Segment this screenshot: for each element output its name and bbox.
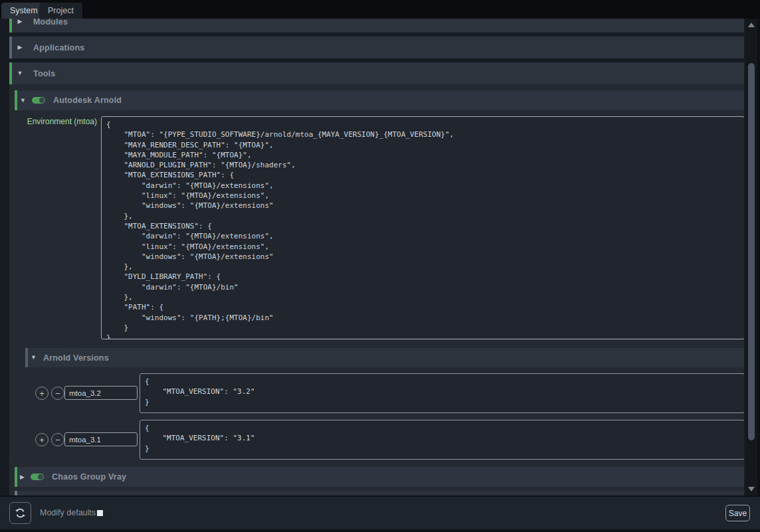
group-title: Chaos Group Vray bbox=[52, 472, 126, 482]
collapse-closed-icon: ▶ bbox=[16, 44, 24, 50]
environment-mtoa-textarea[interactable]: { "MTOA": "{PYPE_STUDIO_SOFTWARE}/arnold… bbox=[101, 116, 744, 339]
version-key-input[interactable] bbox=[64, 432, 138, 446]
partially-visible-section-row[interactable] bbox=[15, 491, 744, 495]
tab-bar: System Project bbox=[0, 0, 760, 19]
toggle-knob bbox=[39, 98, 45, 103]
group-row-chaos-group-vray[interactable]: ▶ Chaos Group Vray bbox=[15, 467, 744, 487]
vray-enabled-toggle[interactable] bbox=[31, 474, 44, 480]
collapse-open-icon: ▼ bbox=[20, 98, 26, 104]
section-row-applications[interactable]: ▶ Applications bbox=[9, 37, 744, 58]
vertical-scrollbar[interactable] bbox=[745, 19, 757, 495]
scroll-up-icon[interactable] bbox=[748, 23, 755, 27]
collapse-open-icon: ▼ bbox=[31, 355, 37, 361]
environment-mtoa-label: Environment (mtoa) bbox=[11, 117, 97, 126]
section-row-tools[interactable]: ▼ Tools bbox=[9, 62, 744, 84]
tools-section-body: ▼ Autodesk Arnold Environment (mtoa) { "… bbox=[9, 84, 744, 495]
save-button[interactable]: Save bbox=[725, 505, 750, 521]
tab-project[interactable]: Project bbox=[39, 3, 82, 19]
modify-defaults-label: Modify defaults bbox=[40, 497, 96, 529]
remove-item-button[interactable]: − bbox=[51, 387, 64, 400]
refresh-icon bbox=[15, 507, 26, 519]
footer-bar: Modify defaults Save bbox=[0, 497, 760, 529]
settings-scroll-area: ▶ Modules ▶ Applications ▼ Tools ▼ Autod… bbox=[0, 19, 745, 495]
group-title: Autodesk Arnold bbox=[53, 96, 122, 105]
scrollbar-thumb[interactable] bbox=[748, 63, 755, 440]
add-item-button[interactable]: + bbox=[35, 433, 48, 446]
refresh-button[interactable] bbox=[9, 502, 31, 524]
section-row-modules[interactable]: ▶ Modules bbox=[9, 19, 744, 33]
version-value-textarea[interactable]: { "MTOA_VERSION": "3.2" } bbox=[140, 373, 744, 413]
version-key-input[interactable] bbox=[64, 386, 138, 400]
scroll-down-icon[interactable] bbox=[748, 487, 755, 491]
group-row-autodesk-arnold[interactable]: ▼ Autodesk Arnold bbox=[15, 90, 744, 110]
remove-item-button[interactable]: − bbox=[51, 433, 64, 446]
version-value-textarea[interactable]: { "MTOA_VERSION": "3.1" } bbox=[140, 420, 744, 460]
toggle-knob bbox=[38, 474, 43, 480]
group-row-arnold-versions[interactable]: ▼ Arnold Versions bbox=[25, 348, 744, 367]
collapse-open-icon: ▼ bbox=[16, 70, 24, 76]
section-title: Tools bbox=[33, 69, 55, 78]
group-title: Arnold Versions bbox=[43, 353, 109, 363]
modify-defaults-checkbox[interactable] bbox=[97, 510, 103, 516]
add-item-button[interactable]: + bbox=[35, 387, 48, 400]
arnold-enabled-toggle[interactable] bbox=[32, 97, 45, 104]
section-title: Modules bbox=[33, 19, 68, 27]
collapse-closed-icon: ▶ bbox=[16, 19, 24, 25]
collapse-closed-icon: ▶ bbox=[20, 474, 25, 480]
section-title: Applications bbox=[33, 43, 84, 52]
